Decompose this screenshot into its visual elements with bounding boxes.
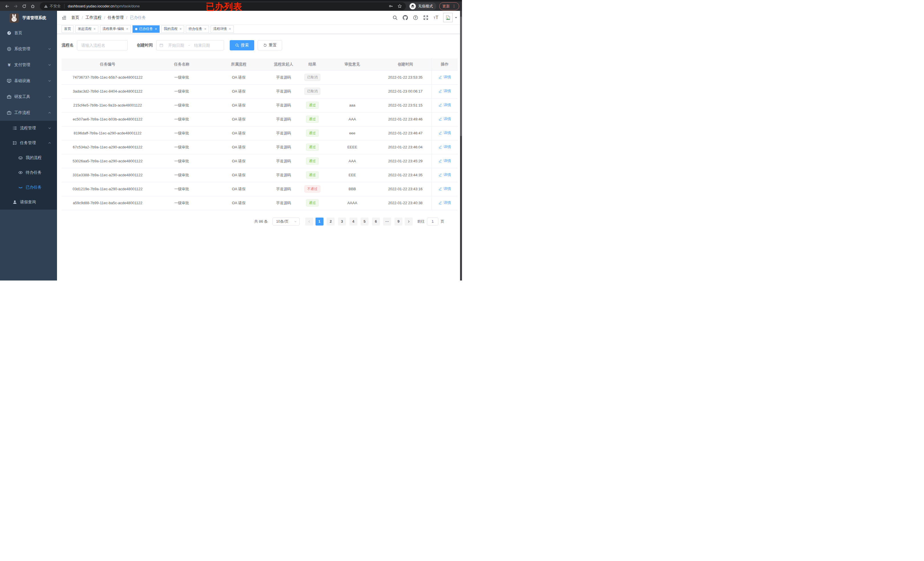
page-size-select[interactable]: 10条/页 <box>273 218 300 226</box>
breadcrumb-item[interactable]: 工作流程 <box>86 15 102 20</box>
detail-button[interactable]: 详情 <box>438 159 451 163</box>
browser-back-icon[interactable] <box>5 4 9 9</box>
page-button[interactable]: 5 <box>360 218 369 226</box>
total-count: 共 86 条 <box>254 219 268 224</box>
close-icon[interactable]: × <box>126 27 129 31</box>
detail-button[interactable]: 详情 <box>438 88 451 94</box>
close-icon[interactable]: × <box>93 27 96 31</box>
edit-pen-icon <box>438 131 442 135</box>
cell-result: 已取消 <box>300 84 325 98</box>
incognito-badge: 无痕模式 <box>409 2 436 10</box>
date-range-picker[interactable]: - <box>156 40 224 51</box>
next-page-button[interactable] <box>405 218 413 226</box>
reset-button[interactable]: 重置 <box>258 40 282 51</box>
close-icon[interactable]: × <box>180 27 182 31</box>
view-tab[interactable]: 我的流程 × <box>161 25 184 33</box>
cell-actions: 详情 <box>432 168 458 182</box>
view-tab[interactable]: 发起流程 × <box>75 25 98 33</box>
cell-process: OA 请假 <box>210 84 268 98</box>
close-icon[interactable]: × <box>155 27 157 31</box>
view-tab[interactable]: 已办任务 × <box>132 25 160 33</box>
tab-label: 流程表单-编辑 <box>103 27 124 31</box>
cell-task-id: 53026aa5-7b9a-11ec-a290-acde48001122 <box>62 154 154 168</box>
edit-pen-icon <box>438 75 442 79</box>
detail-button[interactable]: 详情 <box>438 144 451 150</box>
sidebar-menu-item[interactable]: ¥ 支付管理 <box>0 57 57 73</box>
sidebar-menu-item[interactable]: 基础设施 <box>0 73 57 89</box>
cell-result: 通过 <box>300 196 325 210</box>
sidebar-menu-item[interactable]: 流程管理 <box>0 121 57 136</box>
edit-pen-icon <box>438 117 442 121</box>
view-tab[interactable]: 流程表单-编辑 × <box>100 25 131 33</box>
scrollbar[interactable] <box>460 11 462 280</box>
cell-starter: 芋道源码 <box>268 140 300 154</box>
sidebar-menu-item[interactable]: 任务管理 <box>0 136 57 150</box>
detail-button[interactable]: 详情 <box>438 172 451 177</box>
start-date-input[interactable] <box>165 43 188 48</box>
cell-task-name: 一级审批 <box>154 196 210 210</box>
table-row: 3adac3d2-7b9d-11ec-8404-acde48001122 一级审… <box>62 84 458 98</box>
sidebar-toggle-icon[interactable] <box>62 15 67 20</box>
page-button[interactable]: 9 <box>394 218 402 226</box>
process-name-input[interactable] <box>77 40 128 51</box>
font-size-icon[interactable]: TT <box>434 15 439 20</box>
page-button[interactable]: 4 <box>350 218 357 226</box>
end-date-input[interactable] <box>190 43 214 48</box>
detail-button[interactable]: 详情 <box>438 75 451 80</box>
browser-menu-icon[interactable] <box>452 4 456 8</box>
fullscreen-icon[interactable] <box>423 15 428 20</box>
sidebar-menu-item[interactable]: 我的流程 <box>0 150 57 165</box>
tab-label: 流程详情 <box>213 27 227 31</box>
cell-task-name: 一级审批 <box>154 84 210 98</box>
view-tab[interactable]: 流程详情 × <box>211 25 234 33</box>
breadcrumb-item[interactable]: 首页 <box>71 15 79 20</box>
cell-result: 通过 <box>300 126 325 140</box>
caret-down-icon[interactable] <box>454 16 458 19</box>
sidebar-menu-item[interactable]: 待办任务 <box>0 165 57 180</box>
detail-button[interactable]: 详情 <box>438 117 451 121</box>
search-button[interactable]: 搜索 <box>230 40 254 51</box>
view-tab[interactable]: 首页 <box>62 25 74 33</box>
sidebar-menu-item[interactable]: 研发工具 <box>0 89 57 105</box>
detail-button[interactable]: 详情 <box>438 130 451 136</box>
page-button[interactable]: 2 <box>327 218 334 226</box>
bookmark-star-icon[interactable] <box>398 4 402 8</box>
avatar[interactable] <box>443 13 453 22</box>
detail-button[interactable]: 详情 <box>438 200 451 205</box>
prev-page-button[interactable] <box>305 218 313 226</box>
github-icon[interactable] <box>403 15 408 20</box>
browser-reload-icon[interactable] <box>22 4 27 9</box>
table-header-row: 任务编号 任务名称 所属流程 流程发起人 结果 审批意见 创建时间 操作 <box>62 58 458 70</box>
browser-home-icon[interactable] <box>30 4 35 9</box>
sidebar-menu-item[interactable]: 工作流程 <box>0 105 57 121</box>
page-button[interactable]: ··· <box>383 218 391 226</box>
detail-button[interactable]: 详情 <box>438 103 451 108</box>
close-icon[interactable]: × <box>229 27 231 31</box>
edit-pen-icon <box>438 187 442 191</box>
breadcrumb-separator: / <box>104 15 105 20</box>
detail-button[interactable]: 详情 <box>438 186 451 191</box>
page-button[interactable]: 3 <box>338 218 346 226</box>
sidebar-item-label: 我的流程 <box>26 155 42 160</box>
browser-update-button[interactable]: 更新 <box>439 2 459 10</box>
sidebar-menu-item[interactable]: 已办任务 <box>0 180 57 195</box>
result-badge: 通过 <box>306 102 319 109</box>
page-button[interactable]: 6 <box>372 218 380 226</box>
cell-created: 2022-01-22 23:49:46 <box>380 112 432 126</box>
sidebar-menu-item[interactable]: 首页 <box>0 25 57 41</box>
sidebar-menu-item[interactable]: 请假查询 <box>0 195 57 209</box>
breadcrumb-item[interactable]: 已办任务 <box>130 15 146 20</box>
sidebar-menu-item[interactable]: 系统管理 <box>0 41 57 57</box>
breadcrumb-item[interactable]: 任务管理 <box>108 15 124 20</box>
page-button[interactable]: 1 <box>315 218 324 226</box>
help-icon[interactable]: ? <box>413 15 418 20</box>
scrollbar-thumb[interactable] <box>460 16 462 136</box>
password-key-icon[interactable] <box>389 4 393 8</box>
result-badge: 不通过 <box>304 186 320 193</box>
search-icon[interactable] <box>393 15 398 20</box>
browser-forward-icon[interactable] <box>14 4 18 9</box>
close-icon[interactable]: × <box>204 27 206 31</box>
goto-page-input[interactable] <box>427 218 438 226</box>
page-content: 流程名 创建时间 - 搜索 重置 <box>57 34 462 280</box>
view-tab[interactable]: 待办任务 × <box>186 25 209 33</box>
